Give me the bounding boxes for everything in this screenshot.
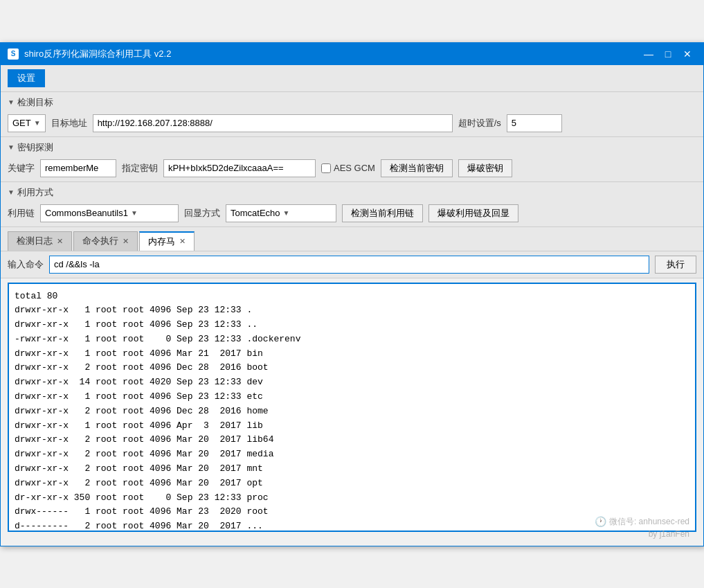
key-header: ▼ 密钥探测 (8, 141, 696, 154)
terminal-line: drwx------ 1 root root 4096 Mar 23 2020 … (15, 505, 689, 519)
terminal-line: drwxr-xr-x 2 root root 4096 Mar 20 2017 … (15, 476, 689, 491)
aes-gcm-label: AES GCM (334, 163, 375, 173)
detection-arrow-icon: ▼ (8, 98, 15, 106)
window-title: shiro反序列化漏洞综合利用工具 v2.2 (24, 48, 171, 60)
tab-command-exec-label: 命令执行 (82, 235, 118, 247)
chain-value: CommonsBeanutils1 (45, 208, 128, 218)
detect-key-button[interactable]: 检测当前密钥 (381, 159, 453, 177)
keyword-label: 关键字 (8, 162, 35, 175)
terminal-line: drwxr-xr-x 2 root root 4096 Mar 20 2017 … (15, 447, 689, 462)
key-section: ▼ 密钥探测 关键字 指定密钥 AES GCM 检测当前密钥 爆破密钥 (1, 137, 703, 182)
chain-dropdown-icon: ▼ (131, 209, 138, 217)
tab-memory-horse[interactable]: 内存马 ✕ (139, 231, 195, 251)
main-window: S shiro反序列化漏洞综合利用工具 v2.2 — □ ✕ 设置 ▼ 检测目标… (0, 42, 704, 546)
window-controls: — □ ✕ (640, 47, 696, 61)
designated-input[interactable] (163, 159, 316, 177)
aes-gcm-checkbox[interactable] (321, 163, 331, 173)
tab-memory-horse-close-icon[interactable]: ✕ (179, 237, 186, 246)
terminal-line: dr-xr-xr-x 350 root root 0 Sep 23 12:33 … (15, 491, 689, 506)
toolbar: 设置 (1, 65, 703, 92)
close-button[interactable]: ✕ (678, 47, 696, 61)
exploit-content: 利用链 CommonsBeanutils1 ▼ 回显方式 TomcatEcho … (8, 204, 696, 222)
watermark-icon-row: 🕐 微信号: anhunsec-red (595, 516, 689, 528)
timeout-input[interactable] (507, 114, 562, 132)
command-input[interactable] (49, 256, 649, 274)
tabs-bar: 检测日志 ✕ 命令执行 ✕ 内存马 ✕ (1, 227, 703, 251)
execute-button[interactable]: 执行 (655, 256, 696, 274)
terminal-line: drwxr-xr-x 1 root root 4096 Apr 3 2017 l… (15, 419, 689, 434)
key-arrow-icon: ▼ (8, 143, 15, 151)
tab-detection-log[interactable]: 检测日志 ✕ (8, 231, 72, 251)
exploit-arrow-icon: ▼ (8, 188, 15, 196)
method-dropdown-icon: ▼ (34, 119, 41, 127)
display-select[interactable]: TomcatEcho ▼ (226, 204, 336, 222)
terminal-line: drwxr-xr-x 1 root root 4096 Sep 23 12:33… (15, 318, 689, 332)
detection-header: ▼ 检测目标 (8, 96, 696, 109)
watermark-clock-icon: 🕐 (595, 516, 606, 527)
watermark-text: 微信号: anhunsec-red (609, 516, 689, 528)
settings-button[interactable]: 设置 (8, 69, 45, 87)
brute-chain-button[interactable]: 爆破利用链及回显 (428, 204, 518, 222)
keyword-input[interactable] (40, 159, 116, 177)
terminal-line: drwxr-xr-x 2 root root 4096 Mar 20 2017 … (15, 462, 689, 476)
timeout-label: 超时设置/s (458, 117, 501, 130)
tab-detection-log-label: 检测日志 (17, 235, 53, 247)
terminal-line: -rwxr-xr-x 1 root root 0 Sep 23 12:33 .d… (15, 332, 689, 347)
terminal-line: drwxr-xr-x 14 root root 4020 Sep 23 12:3… (15, 375, 689, 390)
display-dropdown-icon: ▼ (283, 209, 290, 217)
watermark-credit: by j1anFen (649, 529, 689, 539)
terminal-output[interactable]: total 80drwxr-xr-x 1 root root 4096 Sep … (8, 283, 696, 532)
app-icon: S (8, 48, 19, 60)
exploit-title: 利用方式 (17, 186, 53, 199)
display-label: 回显方式 (184, 207, 220, 220)
url-input[interactable] (93, 114, 453, 132)
key-title: 密钥探测 (17, 141, 53, 154)
terminal-line: drwxr-xr-x 2 root root 4096 Mar 20 2017 … (15, 433, 689, 447)
terminal-line: drwxr-xr-x 2 root root 4096 Dec 28 2016 … (15, 404, 689, 419)
detection-content: GET ▼ 目标地址 超时设置/s (8, 114, 696, 132)
terminal-line: total 80 (15, 289, 689, 304)
method-value: GET (12, 118, 31, 128)
detect-chain-button[interactable]: 检测当前利用链 (342, 204, 423, 222)
command-label: 输入命令 (8, 258, 44, 271)
terminal-line: d--------- 2 root root 4096 Mar 20 2017 … (15, 519, 689, 531)
terminal-line: drwxr-xr-x 2 root root 4096 Dec 28 2016 … (15, 361, 689, 375)
aes-gcm-container: AES GCM (321, 163, 375, 173)
title-bar: S shiro反序列化漏洞综合利用工具 v2.2 — □ ✕ (1, 43, 703, 65)
terminal-line: drwxr-xr-x 1 root root 4096 Sep 23 12:33… (15, 390, 689, 404)
exploit-header: ▼ 利用方式 (8, 186, 696, 199)
tab-command-exec-close-icon[interactable]: ✕ (123, 237, 129, 246)
method-select[interactable]: GET ▼ (8, 114, 46, 132)
watermark: 🕐 微信号: anhunsec-red by j1anFen (595, 516, 689, 539)
detection-title: 检测目标 (17, 96, 53, 109)
exploit-section: ▼ 利用方式 利用链 CommonsBeanutils1 ▼ 回显方式 Tomc… (1, 182, 703, 227)
terminal-line: drwxr-xr-x 1 root root 4096 Mar 21 2017 … (15, 347, 689, 362)
minimize-button[interactable]: — (640, 47, 658, 61)
tab-detection-log-close-icon[interactable]: ✕ (57, 237, 63, 246)
terminal-line: drwxr-xr-x 1 root root 4096 Sep 23 12:33… (15, 303, 689, 318)
chain-select[interactable]: CommonsBeanutils1 ▼ (40, 204, 179, 222)
designated-label: 指定密钥 (122, 162, 158, 175)
tab-command-exec[interactable]: 命令执行 ✕ (73, 231, 138, 251)
url-label: 目标地址 (51, 117, 87, 130)
tab-memory-horse-label: 内存马 (148, 235, 175, 248)
maximize-button[interactable]: □ (659, 47, 677, 61)
chain-label: 利用链 (8, 207, 35, 220)
title-bar-left: S shiro反序列化漏洞综合利用工具 v2.2 (8, 48, 171, 60)
command-bar: 输入命令 执行 (1, 251, 703, 278)
brute-key-button[interactable]: 爆破密钥 (458, 159, 512, 177)
display-value: TomcatEcho (231, 208, 280, 218)
bottom-area: total 80drwxr-xr-x 1 root root 4096 Sep … (1, 283, 703, 546)
key-content: 关键字 指定密钥 AES GCM 检测当前密钥 爆破密钥 (8, 159, 696, 177)
detection-section: ▼ 检测目标 GET ▼ 目标地址 超时设置/s (1, 92, 703, 137)
